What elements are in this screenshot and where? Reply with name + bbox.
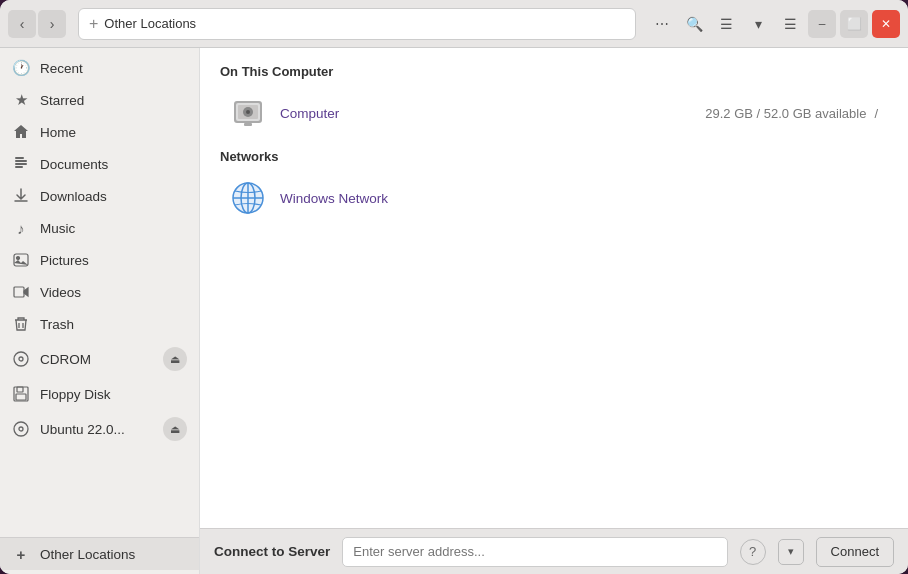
pictures-icon xyxy=(12,251,30,269)
svg-rect-3 xyxy=(15,166,23,168)
titlebar: ‹ › + Other Locations ⋯ 🔍 ☰ ▾ ☰ xyxy=(0,0,908,48)
svg-rect-2 xyxy=(15,163,27,165)
svg-rect-6 xyxy=(14,287,24,297)
computer-item-meta: 29.2 GB / 52.0 GB available / xyxy=(705,106,878,121)
svg-point-18 xyxy=(246,110,250,114)
list-icon: ☰ xyxy=(720,16,733,32)
recent-icon: 🕐 xyxy=(12,59,30,77)
content-area: On This Computer Computer xyxy=(200,48,908,574)
sidebar-item-other-locations[interactable]: + Other Locations xyxy=(0,537,199,570)
search-button[interactable]: 🔍 xyxy=(680,10,708,38)
maximize-button[interactable]: ⬜ xyxy=(840,10,868,38)
ubuntu-eject-button[interactable]: ⏏ xyxy=(163,417,187,441)
sidebar-item-label: Pictures xyxy=(40,253,89,268)
sidebar: 🕐 Recent ★ Starred Home xyxy=(0,48,200,574)
floppy-icon xyxy=(12,385,30,403)
sidebar-item-documents[interactable]: Documents xyxy=(0,148,199,180)
sidebar-item-label: Music xyxy=(40,221,75,236)
svg-rect-10 xyxy=(17,387,23,392)
sidebar-item-label: Floppy Disk xyxy=(40,387,111,402)
menu-button[interactable]: ☰ xyxy=(776,10,804,38)
sidebar-item-label: Recent xyxy=(40,61,83,76)
sidebar-item-label: Starred xyxy=(40,93,84,108)
back-button[interactable]: ‹ xyxy=(8,10,36,38)
sidebar-item-label: Ubuntu 22.0... xyxy=(40,422,125,437)
close-icon: ✕ xyxy=(881,17,891,31)
minimize-icon: – xyxy=(819,17,826,31)
sidebar-item-label: Downloads xyxy=(40,189,107,204)
network-icon xyxy=(230,180,266,216)
connect-btn-label: Connect xyxy=(831,544,879,559)
computer-storage-info: 29.2 GB / 52.0 GB available xyxy=(705,106,866,121)
computer-icon xyxy=(230,95,266,131)
server-address-input[interactable] xyxy=(342,537,727,567)
help-icon: ? xyxy=(749,544,756,559)
more-icon: ⋯ xyxy=(655,16,669,32)
nav-buttons: ‹ › xyxy=(8,10,66,38)
bottom-bar: Connect to Server ? ▾ Connect xyxy=(200,528,908,574)
documents-icon xyxy=(12,155,30,173)
sidebar-item-videos[interactable]: Videos xyxy=(0,276,199,308)
sidebar-item-floppy[interactable]: Floppy Disk xyxy=(0,378,199,410)
list-view-button[interactable]: ☰ xyxy=(712,10,740,38)
music-icon: ♪ xyxy=(12,219,30,237)
minimize-button[interactable]: – xyxy=(808,10,836,38)
view-dropdown-button[interactable]: ▾ xyxy=(744,10,772,38)
svg-rect-19 xyxy=(244,123,252,126)
sidebar-item-music[interactable]: ♪ Music xyxy=(0,212,199,244)
computer-item-name: Computer xyxy=(280,106,339,121)
svg-point-5 xyxy=(17,257,20,260)
computer-mount-point: / xyxy=(874,106,878,121)
downloads-icon xyxy=(12,187,30,205)
svg-point-12 xyxy=(14,422,28,436)
eject-icon: ⏏ xyxy=(170,353,180,366)
sidebar-item-label: Videos xyxy=(40,285,81,300)
sidebar-item-label: Trash xyxy=(40,317,74,332)
windows-network-item[interactable]: Windows Network xyxy=(220,172,888,224)
chevron-down-icon: ▾ xyxy=(788,545,794,558)
svg-point-8 xyxy=(19,357,23,361)
section-networks: Networks xyxy=(220,149,888,164)
location-bar[interactable]: + Other Locations xyxy=(78,8,636,40)
section-on-this-computer: On This Computer xyxy=(220,64,888,79)
sidebar-item-trash[interactable]: Trash xyxy=(0,308,199,340)
location-plus-icon: + xyxy=(89,15,98,33)
close-button[interactable]: ✕ xyxy=(872,10,900,38)
sidebar-item-home[interactable]: Home xyxy=(0,116,199,148)
hamburger-icon: ☰ xyxy=(784,16,797,32)
windows-network-name: Windows Network xyxy=(280,191,388,206)
help-button[interactable]: ? xyxy=(740,539,766,565)
connect-to-server-label: Connect to Server xyxy=(214,544,330,559)
cdrom-eject-button[interactable]: ⏏ xyxy=(163,347,187,371)
sidebar-item-cdrom[interactable]: CDROM ⏏ xyxy=(0,340,199,378)
forward-button[interactable]: › xyxy=(38,10,66,38)
starred-icon: ★ xyxy=(12,91,30,109)
sidebar-item-label: Documents xyxy=(40,157,108,172)
main-layout: 🕐 Recent ★ Starred Home xyxy=(0,48,908,574)
videos-icon xyxy=(12,283,30,301)
ubuntu-icon xyxy=(12,420,30,438)
other-locations-plus-icon: + xyxy=(12,545,30,563)
more-options-button[interactable]: ⋯ xyxy=(648,10,676,38)
sidebar-item-pictures[interactable]: Pictures xyxy=(0,244,199,276)
maximize-icon: ⬜ xyxy=(847,17,862,31)
chevron-down-icon: ▾ xyxy=(755,16,762,32)
file-manager-window: ‹ › + Other Locations ⋯ 🔍 ☰ ▾ ☰ xyxy=(0,0,908,574)
forward-icon: › xyxy=(50,16,55,32)
connect-button[interactable]: Connect xyxy=(816,537,894,567)
sidebar-item-downloads[interactable]: Downloads xyxy=(0,180,199,212)
sidebar-item-recent[interactable]: 🕐 Recent xyxy=(0,52,199,84)
content-main: On This Computer Computer xyxy=(200,48,908,528)
sidebar-item-starred[interactable]: ★ Starred xyxy=(0,84,199,116)
home-icon xyxy=(12,123,30,141)
computer-item[interactable]: Computer 29.2 GB / 52.0 GB available / xyxy=(220,87,888,139)
sidebar-item-ubuntu[interactable]: Ubuntu 22.0... ⏏ xyxy=(0,410,199,448)
trash-icon xyxy=(12,315,30,333)
back-icon: ‹ xyxy=(20,16,25,32)
location-text: Other Locations xyxy=(104,16,196,31)
eject-icon: ⏏ xyxy=(170,423,180,436)
server-dropdown-button[interactable]: ▾ xyxy=(778,539,804,565)
sidebar-add-item-label: Other Locations xyxy=(40,547,135,562)
sidebar-item-label: Home xyxy=(40,125,76,140)
sidebar-item-label: CDROM xyxy=(40,352,91,367)
